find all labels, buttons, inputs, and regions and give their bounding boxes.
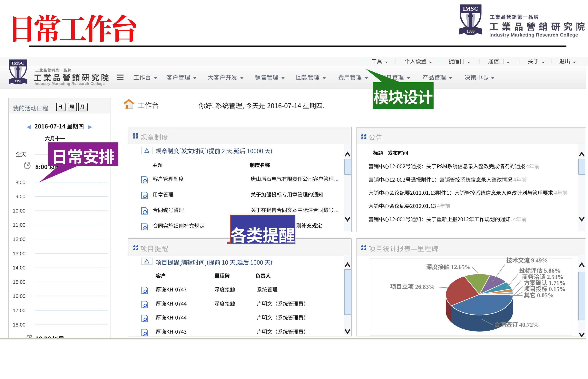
svg-text:IMSC: IMSC: [12, 61, 25, 65]
svg-text:1999: 1999: [15, 80, 21, 83]
svg-text:IMSC: IMSC: [463, 5, 478, 12]
svg-text:1999: 1999: [467, 29, 474, 33]
